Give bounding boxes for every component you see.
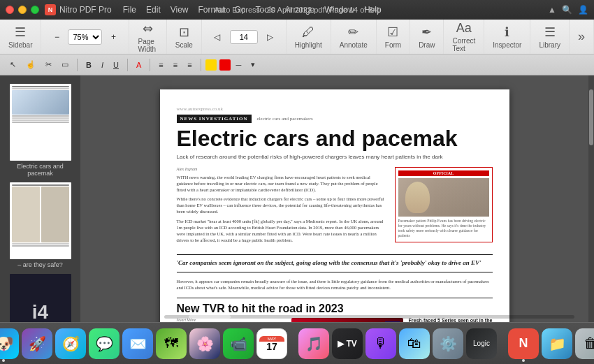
- nitro-icon: N: [519, 336, 528, 351]
- section-divider: [177, 298, 493, 298]
- byline: Alex Ingram: [177, 167, 388, 171]
- prev-page-button[interactable]: ◁: [208, 29, 227, 45]
- library-btn[interactable]: ☰ Library: [530, 20, 570, 54]
- sub-headline: Lack of research around the potential ri…: [177, 154, 493, 160]
- sidebar-toggle[interactable]: ☰ Sidebar: [0, 20, 41, 54]
- scroll-thumb-vertical[interactable]: [589, 89, 593, 145]
- dock-item-calendar[interactable]: MAY 17: [256, 328, 287, 359]
- bold-btn[interactable]: B: [82, 57, 96, 73]
- dock-running-indicator: [2, 359, 5, 362]
- menu-edit[interactable]: Edit: [142, 3, 165, 16]
- dock-item-settings[interactable]: ⚙️: [433, 328, 463, 359]
- italic-btn[interactable]: I: [97, 57, 108, 73]
- dock-item-finder[interactable]: 🐶: [0, 328, 19, 359]
- tvr-headline: New TVR to hit the road in 2023: [177, 303, 493, 315]
- inspector-icon: ℹ: [505, 24, 509, 40]
- photos-icon: 🌸: [196, 335, 214, 352]
- dock-item-facetime[interactable]: 📹: [223, 328, 254, 359]
- logic-icon: Logic: [473, 340, 490, 347]
- highlight-color-btn[interactable]: [205, 59, 217, 71]
- dock-item-logic[interactable]: Logic: [466, 328, 497, 359]
- hand-tool-btn[interactable]: ☝: [22, 57, 40, 73]
- toolbar-separator-2: [127, 59, 128, 71]
- correct-text-label: Correct Text: [452, 37, 475, 52]
- thumbnail-image: [10, 182, 71, 259]
- dock-item-maps[interactable]: 🗺: [156, 328, 187, 359]
- dock-item-safari[interactable]: 🧭: [55, 328, 86, 359]
- annotate-btn[interactable]: ✏ Annotate: [331, 20, 377, 54]
- article-body-cont: However, it appears car companies remain…: [177, 278, 493, 291]
- thumbnail-item[interactable]: Electric cars and pacemak: [0, 81, 80, 180]
- minimize-button[interactable]: [18, 6, 27, 14]
- user-icon[interactable]: 👤: [578, 5, 588, 15]
- dock-item-appstore[interactable]: 🛍: [399, 328, 430, 359]
- pdf-page: www.autoexpress.co.uk NEWS INVESTIGATION…: [160, 89, 509, 322]
- dock-item-appletv[interactable]: ▶ TV: [332, 328, 363, 359]
- vertical-scrollbar[interactable]: [588, 75, 594, 322]
- search-icon[interactable]: 🔍: [562, 5, 572, 15]
- thumbnail-item[interactable]: i4: [0, 271, 80, 322]
- official-badge: OFFICIAL: [398, 170, 489, 176]
- form-icon: ☑: [387, 24, 398, 40]
- dock-item-photos[interactable]: 🌸: [189, 328, 220, 359]
- menu-view[interactable]: View: [166, 3, 193, 16]
- main-content-area: Electric cars and pacemak – are they: [0, 75, 594, 322]
- stroke-color-btn[interactable]: [219, 59, 231, 71]
- draw-icon: ✒: [421, 24, 432, 40]
- dock-item-launchpad[interactable]: 🚀: [22, 328, 52, 359]
- app-name: Nitro PDF Pro: [59, 5, 112, 15]
- library-icon: ☰: [544, 24, 556, 40]
- align-right-btn[interactable]: ≡: [183, 57, 196, 73]
- select-tool-btn[interactable]: ↖: [6, 57, 20, 73]
- page-width-label: Page Width: [138, 38, 157, 53]
- crop-btn[interactable]: ✂: [41, 57, 56, 73]
- zoom-in-button[interactable]: +: [103, 29, 123, 45]
- zoom-select[interactable]: 75%: [68, 29, 102, 45]
- thumbnail-item[interactable]: – are they safe?: [0, 180, 80, 271]
- article-content: Alex Ingram WITH news warning, the world…: [177, 167, 493, 246]
- dock-item-messages[interactable]: 💬: [89, 328, 119, 359]
- scale-btn[interactable]: ⊡ Scale: [167, 20, 202, 54]
- close-button[interactable]: [6, 6, 14, 14]
- maximize-button[interactable]: [31, 6, 39, 14]
- rectangle-btn[interactable]: ▭: [57, 57, 73, 73]
- more-tools-btn[interactable]: »: [570, 20, 594, 54]
- align-center-btn[interactable]: ≡: [169, 57, 182, 73]
- line-width-btn[interactable]: ─: [232, 57, 246, 73]
- inspector-btn[interactable]: ℹ Inspector: [484, 20, 530, 54]
- official-photo: [398, 178, 489, 217]
- format-toolbar: ↖ ☝ ✂ ▭ B I U A ≡ ≡ ≡ ─ ▾: [0, 54, 594, 75]
- correct-text-icon: Aa: [456, 21, 472, 36]
- page-width-icon: ⇔: [143, 21, 153, 36]
- scroll-thumb[interactable]: [189, 315, 231, 319]
- highlight-btn[interactable]: 🖊 Highlight: [287, 20, 331, 54]
- dock-item-podcasts[interactable]: 🎙: [365, 328, 396, 359]
- correct-text-btn[interactable]: Aa Correct Text: [444, 20, 484, 54]
- dock-item-mail[interactable]: ✉️: [122, 328, 153, 359]
- align-left-btn[interactable]: ≡: [154, 57, 167, 73]
- underline-btn[interactable]: U: [109, 57, 123, 73]
- section-badge: NEWS INVESTIGATION: [177, 115, 252, 123]
- page-thumbnails-sidebar[interactable]: Electric cars and pacemak – are they: [0, 75, 80, 322]
- dock-item-folder[interactable]: 📁: [542, 328, 572, 359]
- font-color-btn[interactable]: A: [132, 57, 145, 73]
- official-caption: Pacemaker patient Philip Evans has been …: [398, 219, 489, 239]
- menu-file[interactable]: File: [119, 3, 140, 16]
- draw-btn[interactable]: ✒ Draw: [410, 20, 444, 54]
- more-icon: »: [578, 29, 585, 44]
- mail-icon: ✉️: [129, 335, 147, 352]
- dock-item-trash[interactable]: 🗑: [575, 328, 594, 359]
- pdf-viewer[interactable]: www.autoexpress.co.uk NEWS INVESTIGATION…: [80, 75, 588, 322]
- next-page-button[interactable]: ▷: [261, 29, 280, 45]
- zoom-out-button[interactable]: −: [47, 29, 66, 45]
- thumbnail-image: [10, 84, 71, 161]
- dock-item-nitro[interactable]: N: [508, 328, 539, 359]
- dropdown-btn[interactable]: ▾: [247, 57, 259, 73]
- page-width-btn[interactable]: ⇔ Page Width: [129, 20, 166, 54]
- dock-item-music[interactable]: 🎵: [298, 328, 329, 359]
- form-btn[interactable]: ☑ Form: [377, 20, 410, 54]
- page-input[interactable]: [230, 30, 258, 44]
- horizontal-scrollbar[interactable]: [164, 315, 574, 319]
- window-controls[interactable]: [6, 6, 39, 14]
- library-label: Library: [539, 41, 560, 49]
